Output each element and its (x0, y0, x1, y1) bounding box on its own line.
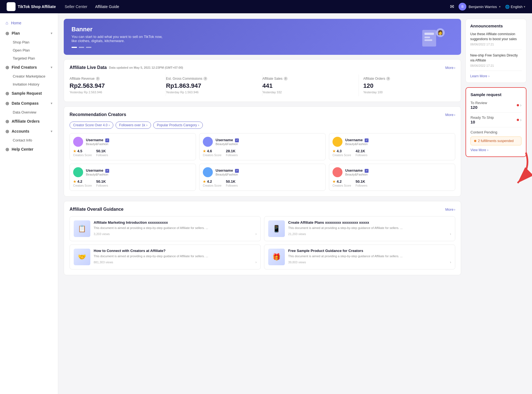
creator-card-3[interactable]: Username ✓ Beauty&Fashion ★4.2 Creators … (70, 164, 196, 191)
content-pending-section: Content Pending 2 fulfillments suspended (470, 130, 521, 145)
guidance-item-arrow-1: › (450, 232, 451, 236)
affiliate-revenue-info-icon[interactable]: ? (96, 77, 100, 81)
recommendation-creators-more[interactable]: More › (445, 113, 455, 117)
ready-to-ship-label: Ready To Ship (470, 115, 494, 120)
sidebar-section-plan[interactable]: ◎ Plan ▾ (0, 28, 58, 38)
guidance-thumb-3: 🎁 (268, 249, 285, 265)
sidebar-section-help-center[interactable]: ◎ Help Center (0, 144, 58, 154)
gross-commissions-info-icon[interactable]: ? (203, 77, 207, 81)
recommendation-creators-title: Recommendation Creators (70, 112, 126, 117)
guidance-item-3[interactable]: 🎁 Free Sample Product Guidance for Creat… (264, 244, 455, 269)
to-review-arrow[interactable]: › (517, 103, 521, 108)
sidebar-sub-creator-marketplace[interactable]: Creator Marketplace (0, 72, 58, 80)
creator-card-4[interactable]: Username ✓ Beauty&Fashion ★4.2 Creators … (199, 164, 326, 191)
creator-name-5: Username ✓ (345, 168, 369, 173)
banner-dots (71, 47, 453, 48)
creator-card-5[interactable]: Username ✓ Beauty&Fashion ★4.2 Creators … (329, 164, 455, 191)
stat-affiliate-revenue: Affiliate Revenue ? Rp2.563.947 Yesterda… (70, 74, 166, 96)
affiliate-sales-value: 441 (262, 82, 354, 89)
creator-card-0[interactable]: Username ✓ Beauty&Fashion ★4.5 Creators … (70, 133, 196, 160)
guidance-item-title-3: Free Sample Product Guidance for Creator… (288, 249, 451, 253)
affiliate-live-data-header: Affiliate Live Data Data updated on May … (70, 65, 455, 70)
announcements-card: Announcements Use these Affiliate commis… (466, 19, 526, 83)
creator-followers-5: 50.1K (355, 179, 367, 184)
filter-products[interactable]: Popular Products Caregory › (153, 122, 203, 129)
creator-badge-2: ✓ (365, 138, 369, 142)
announcements-title: Announcements (470, 24, 522, 28)
guidance-item-desc-3: This document is aimed at providing a st… (288, 254, 451, 259)
guidance-item-1[interactable]: 📱 Create Affiliate Plans xxxxxxxx xxxxxx… (264, 216, 455, 241)
affiliate-live-data-more[interactable]: More › (445, 66, 455, 70)
home-icon: ⌂ (6, 20, 8, 25)
creator-followers-0: 50.1K (96, 149, 108, 153)
messages-icon[interactable]: ✉ (450, 4, 454, 10)
sidebar-section-data-compass[interactable]: ◎ Data Compass ▾ (0, 98, 58, 108)
affiliate-orders-yesterday: Yesterday 100 (363, 91, 451, 94)
learn-more-link[interactable]: Learn More › (470, 74, 522, 78)
nav-affiliate-guide[interactable]: Affiliate Guide (95, 4, 119, 9)
creator-badge-3: ✓ (105, 169, 109, 173)
banner: Banner You can start to add what you wan… (64, 19, 461, 55)
guidance-item-views-2: 881,303 views (94, 261, 113, 264)
sidebar-sub-shop-plan[interactable]: Shop Plan (0, 38, 58, 46)
sidebar-section-accounts[interactable]: ◎ Accounts ▾ (0, 126, 58, 136)
sidebar-sub-open-plan[interactable]: Open Plan (0, 46, 58, 54)
avatar: B (459, 3, 466, 11)
affiliate-live-data-title: Affiliate Live Data (70, 65, 107, 70)
guidance-thumb-0: 📋 (74, 220, 90, 237)
user-menu[interactable]: B Benjamin Warrios ▾ (459, 3, 501, 11)
svg-text:👩: 👩 (438, 30, 443, 35)
guidance-item-0[interactable]: 📋 Affiliate Marketing Introduction xxxxx… (70, 216, 261, 241)
creator-avatar-2 (332, 137, 342, 147)
sidebar-sub-targeted-plan[interactable]: Targeted Plan (0, 54, 58, 62)
creator-badge-5: ✓ (365, 169, 369, 173)
creator-category-2: Beauty&Fashion (345, 142, 369, 146)
sidebar-sub-invitation-history[interactable]: Invitation History (0, 80, 58, 88)
banner-dot-2[interactable] (79, 47, 84, 48)
svg-rect-1 (424, 33, 434, 35)
banner-dot-1[interactable] (71, 47, 77, 48)
find-creators-icon: ◎ (6, 65, 9, 69)
guidance-item-title-2: How to Connect with Creators at Affiliat… (94, 249, 257, 253)
affiliate-orders-value: 120 (363, 82, 451, 89)
creator-card-1[interactable]: Username ✓ Beauty&Fashion ★4.6 Creators … (199, 133, 326, 160)
to-review-chevron-icon: › (520, 103, 521, 108)
creator-followers-2: 42.1K (355, 149, 367, 153)
affiliate-sales-info-icon[interactable]: ? (284, 77, 288, 81)
suspended-dot-icon (474, 140, 476, 142)
creator-name-3: Username ✓ (86, 168, 109, 173)
guidance-more[interactable]: More › (445, 207, 455, 212)
creator-card-2[interactable]: Username ✓ Beauty&Fashion ★4.3 Creators … (329, 133, 455, 160)
data-compass-icon: ◎ (6, 101, 9, 105)
sidebar-item-home[interactable]: ⌂ Home (0, 18, 58, 28)
sidebar-section-affiliate-orders[interactable]: ◎ Affiliate Orders (0, 116, 58, 126)
creator-name-1: Username ✓ (216, 138, 239, 142)
sidebar-section-sample-request[interactable]: ◎ Sample Request (0, 88, 58, 98)
ready-to-ship-arrow[interactable]: › (517, 117, 521, 122)
recommendation-creators-card: Recommendation Creators More › Creator S… (64, 106, 461, 197)
view-more-link[interactable]: View More › (470, 148, 521, 152)
nav-seller-center[interactable]: Seller Center (65, 4, 87, 9)
more-arrow-icon: › (454, 66, 455, 70)
ready-to-ship-chevron-icon: › (520, 117, 521, 122)
creator-score-1: ★4.6 (203, 149, 221, 153)
filter-followers[interactable]: Followers over 1k › (116, 122, 151, 129)
content-area: Banner You can start to add what you wan… (64, 19, 461, 280)
sidebar-section-find-creators[interactable]: ◎ Find Creators ▾ (0, 62, 58, 72)
creator-score-4: ★4.2 (203, 179, 221, 184)
sidebar-sub-contact-info[interactable]: Contact Info (0, 136, 58, 144)
user-chevron-icon: ▾ (499, 5, 501, 9)
banner-dot-3[interactable] (86, 47, 91, 48)
affiliate-orders-info-icon[interactable]: ? (386, 77, 390, 81)
svg-rect-3 (424, 39, 432, 41)
guidance-item-2[interactable]: 🤝 How to Connect with Creators at Affili… (70, 244, 261, 269)
recommendation-creators-header: Recommendation Creators More › (70, 112, 455, 117)
creator-avatar-0 (73, 137, 83, 147)
suspended-text: 2 fulfillments suspended (478, 139, 514, 143)
announcement-date-1: 08/06/2022 17:21 (470, 43, 522, 46)
filter-score[interactable]: Creator Score Over 4.0 › (70, 122, 113, 129)
sidebar-sub-data-overview[interactable]: Data Overview (0, 108, 58, 116)
suspended-badge[interactable]: 2 fulfillments suspended (470, 137, 521, 145)
plan-chevron-icon: ▾ (51, 32, 52, 35)
language-selector[interactable]: 🌐 English ▾ (505, 5, 525, 9)
